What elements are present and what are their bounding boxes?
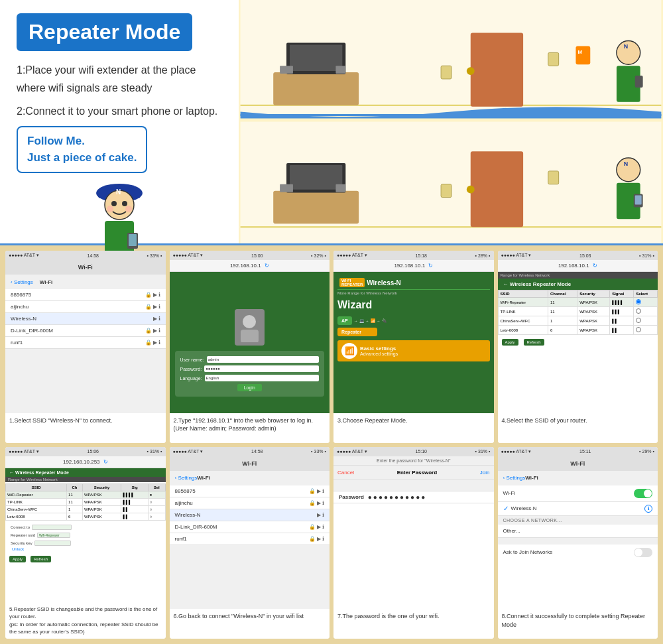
svg-rect-44 (635, 196, 642, 205)
join-button[interactable]: Join (480, 470, 490, 476)
address-bar-2[interactable]: 192.168.10.1 ↻ (170, 260, 330, 272)
title-box: Repeater Mode (17, 13, 192, 51)
wifi-nav-1: ‹ Settings Wi-Fi (5, 275, 166, 289)
ap-button[interactable]: AP (337, 316, 352, 325)
ssid-row-letv[interactable]: Letv-6008 6 WPA/PSK ▌▌ (498, 326, 658, 335)
repeater-ssid-input[interactable]: Wifi-Repeater (37, 533, 70, 538)
address-bar-5[interactable]: 192.168.10.253 ↻ (5, 456, 166, 468)
ask-join-toggle[interactable] (634, 548, 652, 557)
status-bar-5: ●●●●● AT&T ▾ 15:06 ▪ 31% ▪ (5, 447, 166, 456)
svg-point-6 (125, 206, 132, 212)
steps-text: 1:Place your wifi extender at the place … (17, 61, 222, 121)
svg-text:N: N (116, 188, 121, 196)
rcs-row-3[interactable]: ChinaServ+WFC1WPA/PSK▌▌○ (6, 505, 166, 513)
status-bar-2: ●●●●● AT&T ▾ 15:00 ▪ 32% ▪ (170, 251, 330, 260)
refresh-button-4[interactable]: Refresh (524, 339, 544, 346)
wifi-6-dlink[interactable]: D-Link_DIR-600M 🔒▶ℹ (170, 521, 330, 533)
wifi-item-8856875[interactable]: 8856875 🔒▶ℹ (5, 289, 166, 301)
caption-8: 8.Connect it successfully to complete se… (498, 609, 658, 639)
top-section: Repeater Mode 1:Place your wifi extender… (0, 0, 663, 245)
apply-button-4[interactable]: Apply (502, 339, 518, 346)
screen-4-block: ●●●●● AT&T ▾ 15:03 ▪ 31% ▪ 192.168.10.1 … (498, 251, 658, 443)
wifi-nav-8: ‹ Settings Wi-Fi (498, 471, 658, 485)
info-icon-8[interactable]: ℹ (644, 505, 652, 513)
svg-point-37 (467, 186, 475, 194)
rcs-row-1[interactable]: WiFi-Repeater11WPA/PSK▌▌▌▌● (6, 491, 166, 498)
wireless-n-connected[interactable]: ✓ Wireless-N ℹ (498, 502, 658, 516)
enter-pwd-title: Enter Password (397, 470, 437, 476)
repeater-button[interactable]: Repeater (337, 328, 377, 336)
status-bar-8: ●●●●● AT&T ▾ 15:11 ▪ 29% ▪ (498, 447, 658, 456)
svg-point-3 (111, 201, 117, 206)
router-icon: 🔌 (382, 318, 387, 323)
ssid-header: ← Wireless Repeater Mode (498, 279, 658, 290)
cancel-button[interactable]: Cancel (337, 470, 354, 476)
svg-rect-35 (335, 184, 345, 192)
wifi-6-8856875[interactable]: 8856875 🔒▶ℹ (170, 485, 330, 497)
connect-to-input[interactable] (32, 525, 72, 530)
address-bar-3[interactable]: 192.168.10.1 ↻ (333, 260, 494, 272)
wifi-item-dlink[interactable]: D-Link_DIR-600M 🔒▶ℹ (5, 325, 166, 337)
ssid-row-wifi-repeater[interactable]: WiFi-Repeater 11 WPA/PSK ▌▌▌▌ (498, 298, 658, 307)
ssid-table: SSID Channel Security Signal Select WiFi… (498, 290, 658, 335)
wifi-item-runf1[interactable]: runf1 🔒▶ℹ (5, 337, 166, 349)
security-key-input[interactable] (34, 541, 71, 546)
wizard-screen: WI·FIREPEATER Wireless-N More Range for … (333, 272, 494, 413)
basic-settings-btn[interactable]: Basic settings (360, 346, 398, 352)
apply-button-5[interactable]: Apply (9, 556, 26, 562)
screen-7: ●●●●● AT&T ▾ 15:10 ▪ 31% ▪ Enter the pas… (333, 447, 494, 610)
choose-network-header: CHOOSE A NETWORK... (498, 516, 658, 525)
svg-rect-31 (273, 191, 359, 224)
character-svg: N (93, 180, 146, 259)
rcs-row-4[interactable]: Letv-60086WPA/PSK▌▌○ (6, 513, 166, 520)
wifi-toggle[interactable] (634, 489, 652, 498)
top-left: Repeater Mode 1:Place your wifi extender… (0, 0, 239, 243)
pwd-nav: Cancel Enter Password Join (333, 466, 494, 480)
status-bar-4: ●●●●● AT&T ▾ 15:03 ▪ 31% ▪ (498, 251, 658, 260)
refresh-button-5[interactable]: Refresh (30, 556, 51, 562)
wifi-6-wireless-n[interactable]: Wireless-N ▶ℹ (170, 509, 330, 521)
unlock-link[interactable]: Unlock (12, 547, 24, 551)
follow-me-box: Follow Me.Just a piece of cake. (17, 126, 147, 173)
ask-join-row: Ask to Join Networks (498, 545, 658, 560)
ssid-row-china[interactable]: ChinaServ+WFC 1 WPA/PSK ▌▌ (498, 316, 658, 326)
ssid-row-tp-link[interactable]: TP-LINK 11 WPA/PSK ▌▌▌ (498, 307, 658, 316)
status-bar-3: ●●●●● AT&T ▾ 15:18 ▪ 28% ▪ (333, 251, 494, 260)
svg-point-45 (243, 315, 256, 328)
mode-buttons: AP → 💻 → 📶 → 🔌 (337, 316, 490, 325)
top-right: M N N (239, 0, 663, 243)
address-bar-4[interactable]: 192.168.10.1 ↻ (498, 260, 658, 272)
login-button[interactable]: Login (237, 384, 262, 391)
wifi-6-aijinchu[interactable]: aijinchu 🔒▶ℹ (170, 497, 330, 509)
username-field: User name: admin (180, 356, 320, 363)
page-title: Repeater Mode (29, 20, 180, 44)
svg-rect-19 (280, 66, 293, 74)
wifi-item-aijinchu[interactable]: aijinchu 🔒▶ℹ (5, 301, 166, 313)
login-form: User name: admin Password: ●●●●●● Langua… (175, 351, 325, 397)
step1-text: 1:Place your wifi extender at the place … (17, 61, 222, 97)
caption-2: 2.Type "192.168.10.1" into the web brows… (170, 413, 330, 443)
screen-4: ●●●●● AT&T ▾ 15:03 ▪ 31% ▪ 192.168.10.1 … (498, 251, 658, 413)
wifi-item-wireless-n[interactable]: Wireless-N ▶ℹ (5, 313, 166, 325)
screen-2: ●●●●● AT&T ▾ 15:00 ▪ 32% ▪ 192.168.10.1 … (170, 251, 330, 413)
svg-text:M: M (577, 49, 582, 55)
other-network-item[interactable]: Other... (498, 525, 658, 538)
status-bar-1: ●●●●● AT&T ▾ 14:58 ▪ 33% ▪ (5, 251, 166, 260)
screen-1: ●●●●● AT&T ▾ 14:58 ▪ 33% ▪ Wi-Fi ‹ Setti… (5, 251, 166, 413)
screen-6-block: ●●●●● AT&T ▾ 14:58 ▪ 33% ▪ Wi-Fi ‹ Setti… (170, 447, 330, 639)
pwd-prompt: Enter the password for "Wireless-N" (333, 456, 494, 466)
ssid-top-bar: Range for Wireless Network (498, 272, 658, 279)
password-field: Password: ●●●●●● (180, 365, 320, 372)
caption-3: 3.Choose Repeater Mode. (333, 413, 494, 443)
svg-rect-16 (273, 72, 359, 105)
screen-6: ●●●●● AT&T ▾ 14:58 ▪ 33% ▪ Wi-Fi ‹ Setti… (170, 447, 330, 610)
repeater-icon: 📶 (371, 318, 375, 323)
screen-3-block: ●●●●● AT&T ▾ 15:18 ▪ 28% ▪ 192.168.10.1 … (333, 251, 494, 443)
rcs-row-2[interactable]: TP-LINK11WPA/PSK▌▌▌○ (6, 498, 166, 505)
svg-point-27 (617, 40, 640, 64)
advanced-settings-btn[interactable]: Advanced settings (360, 352, 398, 356)
screen-7-block: ●●●●● AT&T ▾ 15:10 ▪ 31% ▪ Enter the pas… (333, 447, 494, 639)
svg-text:N: N (624, 43, 628, 50)
wifi-6-runf1[interactable]: runf1 🔒▶ℹ (170, 533, 330, 545)
caption-4: 4.Select the SSID of your router. (498, 413, 658, 443)
